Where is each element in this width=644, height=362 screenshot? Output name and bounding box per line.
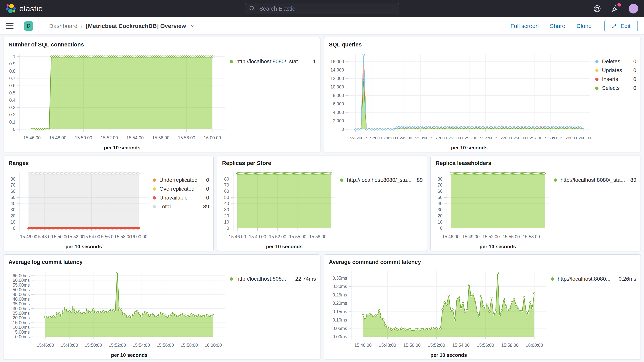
legend-item[interactable]: Total89 bbox=[153, 202, 209, 211]
legend-value: 89 bbox=[630, 177, 636, 183]
svg-text:50: 50 bbox=[10, 195, 16, 200]
legend-value: 22.74ms bbox=[295, 276, 316, 282]
app-header: elastic r bbox=[0, 0, 644, 17]
panel-replica-leaseholders: Replica leaseholders 15:46:0015:49:0015:… bbox=[430, 156, 641, 251]
svg-text:15:48:00: 15:48:00 bbox=[61, 343, 78, 348]
legend-label: http://localhost:808... bbox=[236, 276, 291, 282]
chart-canvas[interactable]: 15:46:0015:48:0015:50:0015:52:0015:54:00… bbox=[4, 48, 230, 152]
legend-value: 0 bbox=[206, 195, 209, 201]
legend-color-dot bbox=[153, 205, 156, 208]
svg-text:15:46:00: 15:46:00 bbox=[20, 234, 38, 239]
chart-canvas[interactable]: 15:46:0015:49:0015:52:0015:55:0015:58:00… bbox=[217, 167, 340, 251]
svg-text:15:49:00: 15:49:00 bbox=[462, 234, 480, 239]
legend-item[interactable]: http://localhost:8080...0.26ms bbox=[551, 274, 636, 283]
svg-text:1: 1 bbox=[13, 54, 16, 59]
breadcrumb-dashboard-link[interactable]: Dashboard bbox=[49, 23, 78, 29]
svg-text:40.00ms: 40.00ms bbox=[13, 297, 30, 302]
chart-canvas[interactable]: 15:46:0015:49:0015:52:0015:55:0015:58:00… bbox=[430, 167, 554, 251]
legend-item[interactable]: Updates0 bbox=[595, 66, 636, 75]
sql-queries-chart[interactable]: 15:46:0015:47:0015:48:0015:49:0015:50:00… bbox=[324, 48, 596, 152]
legend-item[interactable]: http://localhost:8080/_sta...89 bbox=[554, 176, 636, 184]
sql-connections-chart[interactable]: 15:46:0015:48:0015:50:0015:52:0015:54:00… bbox=[4, 48, 230, 152]
svg-text:15:46:00: 15:46:00 bbox=[348, 136, 363, 140]
svg-text:0: 0 bbox=[440, 226, 443, 231]
svg-text:0.1: 0.1 bbox=[9, 120, 16, 124]
svg-text:16:00:00: 16:00:00 bbox=[526, 343, 543, 348]
svg-text:15:46:00: 15:46:00 bbox=[229, 234, 246, 239]
legend-item[interactable]: http://localhost:8080/_stat...1 bbox=[230, 57, 316, 66]
legend-item[interactable]: http://localhost:8080/_sta...89 bbox=[340, 176, 423, 184]
svg-text:0.15ms: 0.15ms bbox=[332, 309, 347, 314]
chevron-down-icon[interactable] bbox=[190, 24, 195, 28]
svg-text:60: 60 bbox=[10, 189, 16, 194]
svg-text:0.3: 0.3 bbox=[9, 105, 16, 110]
legend-item[interactable]: Selects0 bbox=[595, 84, 636, 92]
svg-text:12,000: 12,000 bbox=[330, 76, 344, 81]
replica-leaseholders-chart[interactable]: 15:46:0015:49:0015:52:0015:55:0015:58:00… bbox=[430, 167, 554, 251]
newsfeed-icon[interactable] bbox=[611, 5, 619, 13]
svg-text:15:58:00: 15:58:00 bbox=[523, 234, 540, 239]
elastic-brand[interactable]: elastic bbox=[6, 4, 42, 14]
svg-text:14,000: 14,000 bbox=[330, 68, 344, 72]
svg-text:40: 40 bbox=[224, 201, 229, 206]
chart-canvas[interactable]: 15:46:0015:48:0015:50:0015:52:0015:54:00… bbox=[324, 266, 551, 360]
log-commit-latency-chart[interactable]: 15:46:0015:48:0015:50:0015:52:0015:54:00… bbox=[4, 266, 230, 360]
svg-text:15:48:00: 15:48:00 bbox=[49, 135, 66, 140]
panel-title: Average command commit latency bbox=[324, 255, 641, 266]
svg-text:0.30ms: 0.30ms bbox=[332, 284, 347, 289]
svg-text:0: 0 bbox=[13, 127, 16, 132]
svg-text:10: 10 bbox=[10, 220, 16, 224]
svg-text:10: 10 bbox=[438, 220, 443, 224]
legend-color-dot bbox=[595, 78, 598, 81]
legend-value: 1 bbox=[313, 58, 316, 64]
svg-text:15:48:00: 15:48:00 bbox=[36, 234, 53, 239]
share-button[interactable]: Share bbox=[550, 23, 565, 29]
pencil-icon bbox=[612, 23, 618, 29]
legend-label: Underreplicated bbox=[160, 177, 202, 183]
ranges-chart[interactable]: 15:46:0015:48:0015:50:0015:52:0015:54:00… bbox=[4, 167, 153, 251]
help-icon[interactable] bbox=[593, 5, 601, 13]
svg-text:0.9: 0.9 bbox=[9, 61, 16, 66]
svg-text:16:00:00: 16:00:00 bbox=[204, 135, 221, 140]
chart-legend: Underreplicated0Overreplicated0Unavailab… bbox=[153, 167, 214, 251]
legend-item[interactable]: Deletes0 bbox=[595, 57, 636, 66]
svg-text:15:54:00: 15:54:00 bbox=[83, 234, 100, 239]
legend-label: http://localhost:8080/_sta... bbox=[347, 177, 412, 183]
svg-text:2,000: 2,000 bbox=[333, 118, 344, 123]
chart-legend: http://localhost:8080/_sta...89 bbox=[340, 167, 427, 251]
panel-replicas-per-store: Replicas per Store 15:46:0015:49:0015:52… bbox=[217, 156, 427, 251]
legend-item[interactable]: Unavailable0 bbox=[153, 193, 209, 202]
global-search[interactable] bbox=[245, 3, 399, 14]
svg-text:15:52:00: 15:52:00 bbox=[269, 234, 286, 239]
chart-canvas[interactable]: 15:46:0015:48:0015:50:0015:52:0015:54:00… bbox=[4, 167, 153, 251]
svg-text:30.00ms: 30.00ms bbox=[13, 306, 30, 311]
full-screen-button[interactable]: Full screen bbox=[510, 23, 539, 29]
legend-value: 0.26ms bbox=[618, 276, 636, 282]
legend-item[interactable]: Inserts0 bbox=[595, 75, 636, 84]
panel-title: Average log commit latency bbox=[4, 255, 320, 266]
user-avatar[interactable]: r bbox=[628, 4, 638, 14]
svg-text:0.8: 0.8 bbox=[9, 68, 16, 74]
edit-button[interactable]: Edit bbox=[604, 20, 638, 32]
chart-canvas[interactable]: 15:46:0015:47:0015:48:0015:49:0015:50:00… bbox=[324, 48, 596, 152]
legend-item[interactable]: http://localhost:808...22.74ms bbox=[230, 274, 316, 283]
svg-text:20: 20 bbox=[438, 214, 443, 218]
svg-text:per 10 seconds: per 10 seconds bbox=[480, 244, 516, 250]
svg-text:15:50:00: 15:50:00 bbox=[85, 343, 102, 348]
legend-item[interactable]: Underreplicated0 bbox=[153, 176, 209, 184]
svg-text:0.4: 0.4 bbox=[9, 98, 16, 103]
svg-text:15:52:00: 15:52:00 bbox=[67, 234, 84, 239]
legend-value: 0 bbox=[633, 85, 636, 91]
chart-canvas[interactable]: 15:46:0015:48:0015:50:0015:52:0015:54:00… bbox=[4, 266, 230, 360]
dashboard-app-badge[interactable]: D bbox=[24, 22, 33, 31]
legend-color-dot bbox=[153, 196, 156, 200]
clone-button[interactable]: Clone bbox=[576, 23, 592, 29]
panel-title: Ranges bbox=[4, 156, 214, 167]
svg-text:20.00ms: 20.00ms bbox=[13, 315, 30, 320]
replicas-per-store-chart[interactable]: 15:46:0015:49:0015:52:0015:55:0015:58:00… bbox=[217, 167, 340, 251]
menu-icon[interactable] bbox=[6, 23, 14, 29]
legend-item[interactable]: Overreplicated0 bbox=[153, 184, 209, 193]
search-input[interactable] bbox=[259, 6, 395, 12]
legend-value: 0 bbox=[633, 67, 636, 74]
command-commit-latency-chart[interactable]: 15:46:0015:48:0015:50:0015:52:0015:54:00… bbox=[324, 266, 551, 360]
